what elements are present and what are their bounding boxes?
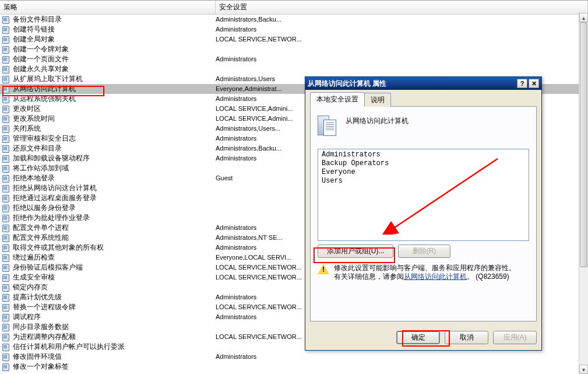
policy-item-icon — [2, 95, 13, 103]
policy-item-icon — [2, 224, 13, 232]
policy-label: 创建全局对象 — [13, 34, 216, 44]
policy-label: 同步目录服务数据 — [13, 322, 216, 332]
tab-explain[interactable]: 说明 — [364, 93, 391, 107]
policy-label: 备份文件和目录 — [13, 15, 216, 25]
policy-item-icon — [2, 363, 13, 371]
policy-label: 关闭系统 — [13, 124, 216, 134]
security-setting-value: Administrators — [216, 25, 588, 34]
policy-item-icon — [2, 323, 13, 331]
members-listbox[interactable]: Administrators Backup Operators Everyone… — [318, 149, 529, 241]
policy-row[interactable]: 创建一个页面文件Administrators — [0, 54, 588, 64]
policy-label: 拒绝通过远程桌面服务登录 — [13, 193, 216, 203]
policy-item-icon — [2, 244, 13, 252]
policy-label: 配置文件系统性能 — [13, 233, 216, 243]
security-setting-value: Administrators — [216, 54, 588, 64]
policy-label: 取得文件或其他对象的所有权 — [13, 243, 216, 253]
policy-label: 将工作站添加到域 — [13, 163, 216, 173]
policy-label: 调试程序 — [13, 312, 216, 322]
policy-item-icon — [2, 145, 13, 153]
warning-line1: 修改此设置可能影响与客户端、服务和应用程序的兼容性。 — [334, 264, 516, 272]
security-setting-value: Administrators,Backu... — [216, 15, 588, 25]
policy-item-icon — [2, 36, 13, 44]
policy-item-icon — [2, 55, 13, 64]
column-header-policy[interactable]: 策略 — [0, 1, 216, 14]
policy-label: 从远程系统强制关机 — [13, 94, 216, 104]
policy-label: 修改一个对象标签 — [13, 362, 216, 372]
policy-item-icon — [2, 254, 13, 262]
policy-item-icon — [2, 115, 13, 123]
tab-strip: 本地安全设置 说明 — [310, 93, 537, 106]
policy-row[interactable]: 创建永久共享对象 — [0, 64, 588, 74]
warning-link[interactable]: 从网络访问此计算机 — [404, 272, 467, 281]
scroll-down-button[interactable]: ▾ — [579, 365, 588, 374]
policy-label: 替换一个进程级令牌 — [13, 302, 216, 312]
policy-item-icon — [2, 125, 13, 133]
properties-dialog: 从网络访问此计算机 属性 ? ✕ 本地安全设置 说明 从网络访问此计算机 Adm… — [305, 76, 542, 351]
policy-row[interactable]: 修改一个对象标签 — [0, 362, 588, 372]
dialog-title: 从网络访问此计算机 属性 — [308, 79, 516, 89]
policy-row[interactable]: 修改固件环境值Administrators — [0, 352, 588, 362]
policy-label: 还原文件和目录 — [13, 144, 216, 153]
policy-item-icon — [2, 85, 13, 93]
window-root: 策略 安全设置 备份文件和目录Administrators,Backu...创建… — [0, 0, 588, 374]
policy-label: 拒绝从网络访问这台计算机 — [13, 183, 216, 193]
tab-local-security[interactable]: 本地安全设置 — [310, 92, 365, 107]
policy-item-icon — [2, 184, 13, 193]
policy-label: 创建一个令牌对象 — [13, 44, 216, 54]
policy-item-icon — [2, 75, 13, 83]
policy-item-icon — [2, 46, 13, 54]
policy-label: 绕过遍历检查 — [13, 253, 216, 263]
policy-row[interactable]: 创建符号链接Administrators — [0, 25, 588, 34]
policy-label: 拒绝本地登录 — [13, 173, 216, 183]
policy-row[interactable]: 创建一个令牌对象 — [0, 44, 588, 54]
security-setting-value: LOCAL SERVICE,NETWOR... — [216, 34, 588, 44]
policy-icon — [318, 114, 339, 137]
policy-label: 更改时区 — [13, 104, 216, 114]
policy-item-icon — [2, 16, 13, 24]
policy-label: 创建一个页面文件 — [13, 54, 216, 64]
security-setting-value: Administrators — [216, 352, 588, 362]
scroll-thumb[interactable] — [580, 22, 587, 267]
policy-item-icon — [2, 105, 13, 113]
dialog-footer: 确定 取消 应用(A) — [305, 326, 541, 350]
policy-item-icon — [2, 303, 13, 312]
policy-label: 更改系统时间 — [13, 114, 216, 124]
scroll-track[interactable] — [579, 22, 588, 365]
policy-label: 修改固件环境值 — [13, 352, 216, 362]
policy-item-icon — [2, 274, 13, 282]
policy-item-icon — [2, 343, 13, 351]
policy-item-icon — [2, 214, 13, 222]
apply-button[interactable]: 应用(A) — [493, 331, 537, 344]
policy-item-icon — [2, 284, 13, 292]
policy-item-icon — [2, 204, 13, 212]
scroll-up-button[interactable]: ▴ — [579, 13, 588, 22]
policy-label: 创建永久共享对象 — [13, 64, 216, 74]
close-button[interactable]: ✕ — [529, 79, 539, 88]
ok-button[interactable]: 确定 — [396, 331, 440, 344]
warning-line2b: 。 (Q823659) — [467, 272, 509, 281]
vertical-scrollbar[interactable]: ▴ ▾ — [579, 13, 588, 374]
policy-row[interactable]: 创建全局对象LOCAL SERVICE,NETWOR... — [0, 34, 588, 44]
dialog-titlebar[interactable]: 从网络访问此计算机 属性 ? ✕ — [305, 77, 541, 90]
policy-label: 为进程调整内存配额 — [13, 332, 216, 342]
policy-item-icon — [2, 264, 13, 272]
policy-label: 加载和卸载设备驱动程序 — [13, 153, 216, 163]
policy-label: 配置文件单个进程 — [13, 223, 216, 233]
tab-panel: 从网络访问此计算机 Administrators Backup Operator… — [310, 106, 537, 321]
policy-row[interactable]: 备份文件和目录Administrators,Backu... — [0, 15, 588, 25]
member-buttons-row: 添加用户或组(U)... 删除(R) — [318, 244, 529, 258]
policy-item-icon — [2, 65, 13, 74]
remove-button[interactable]: 删除(R) — [398, 244, 450, 258]
policy-heading: 从网络访问此计算机 — [318, 114, 529, 137]
add-user-or-group-button[interactable]: 添加用户或组(U)... — [318, 244, 393, 258]
policy-label: 信任计算机和用户帐户可以执行委派 — [13, 342, 216, 352]
policy-label: 生成安全审核 — [13, 272, 216, 282]
help-button[interactable]: ? — [517, 79, 527, 88]
column-header-setting[interactable]: 安全设置 — [216, 1, 588, 14]
policy-label: 拒绝作为批处理作业登录 — [13, 213, 216, 223]
policy-item-icon — [2, 155, 13, 163]
warning-text: 修改此设置可能影响与客户端、服务和应用程序的兼容性。 有关详细信息，请参阅从网络… — [334, 264, 516, 281]
policy-item-icon — [2, 194, 13, 202]
cancel-button[interactable]: 取消 — [445, 331, 488, 344]
policy-label: 从扩展坞上取下计算机 — [13, 74, 216, 84]
